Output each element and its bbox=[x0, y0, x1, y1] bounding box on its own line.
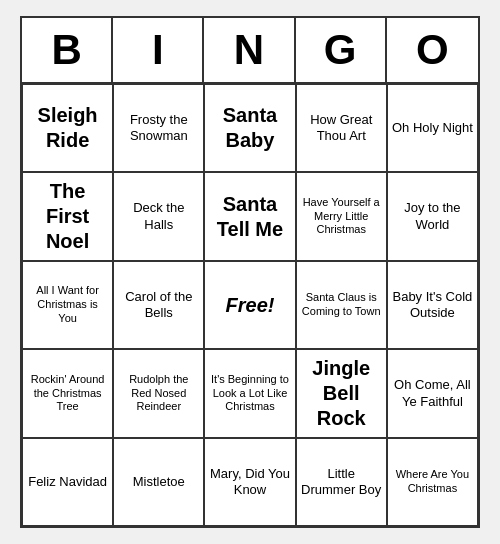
bingo-cell-5: The First Noel bbox=[22, 172, 113, 261]
bingo-cell-13: Santa Claus is Coming to Town bbox=[296, 261, 387, 349]
bingo-cell-21: Mistletoe bbox=[113, 438, 204, 526]
header-letter-g: G bbox=[296, 18, 387, 82]
bingo-cell-18: Jingle Bell Rock bbox=[296, 349, 387, 438]
bingo-cell-1: Frosty the Snowman bbox=[113, 84, 204, 172]
bingo-cell-2: Santa Baby bbox=[204, 84, 295, 172]
bingo-cell-16: Rudolph the Red Nosed Reindeer bbox=[113, 349, 204, 438]
bingo-cell-19: Oh Come, All Ye Faithful bbox=[387, 349, 478, 438]
bingo-cell-6: Deck the Halls bbox=[113, 172, 204, 261]
bingo-cell-24: Where Are You Christmas bbox=[387, 438, 478, 526]
bingo-cell-12: Free! bbox=[204, 261, 295, 349]
header-letter-i: I bbox=[113, 18, 204, 82]
bingo-cell-3: How Great Thou Art bbox=[296, 84, 387, 172]
bingo-cell-10: All I Want for Christmas is You bbox=[22, 261, 113, 349]
header-letter-b: B bbox=[22, 18, 113, 82]
bingo-cell-15: Rockin' Around the Christmas Tree bbox=[22, 349, 113, 438]
bingo-cell-17: It's Beginning to Look a Lot Like Christ… bbox=[204, 349, 295, 438]
bingo-cell-7: Santa Tell Me bbox=[204, 172, 295, 261]
bingo-cell-11: Carol of the Bells bbox=[113, 261, 204, 349]
header-letter-n: N bbox=[204, 18, 295, 82]
header-letter-o: O bbox=[387, 18, 478, 82]
bingo-cell-0: Sleigh Ride bbox=[22, 84, 113, 172]
bingo-grid: Sleigh RideFrosty the SnowmanSanta BabyH… bbox=[22, 84, 478, 526]
bingo-cell-23: Little Drummer Boy bbox=[296, 438, 387, 526]
bingo-card: BINGO Sleigh RideFrosty the SnowmanSanta… bbox=[20, 16, 480, 528]
bingo-cell-9: Joy to the World bbox=[387, 172, 478, 261]
bingo-cell-4: Oh Holy Night bbox=[387, 84, 478, 172]
bingo-cell-20: Feliz Navidad bbox=[22, 438, 113, 526]
bingo-cell-14: Baby It's Cold Outside bbox=[387, 261, 478, 349]
bingo-header: BINGO bbox=[22, 18, 478, 84]
bingo-cell-8: Have Yourself a Merry Little Christmas bbox=[296, 172, 387, 261]
bingo-cell-22: Mary, Did You Know bbox=[204, 438, 295, 526]
